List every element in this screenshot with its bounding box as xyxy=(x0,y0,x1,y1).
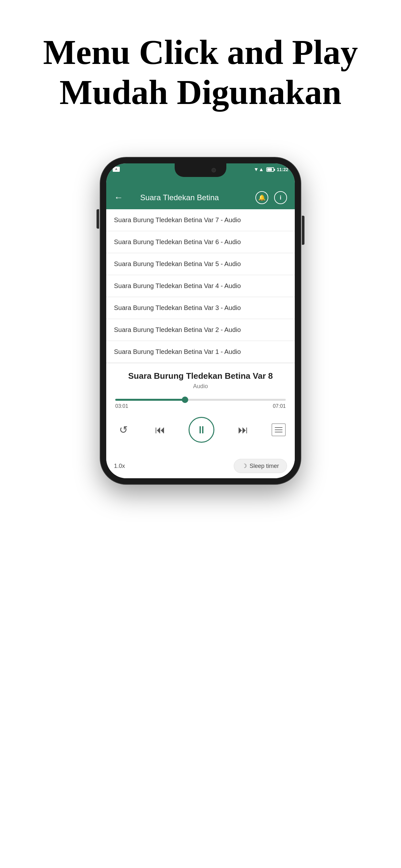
next-icon: ⏭ xyxy=(238,424,248,436)
moon-icon: ☽ xyxy=(242,462,247,469)
next-button[interactable]: ⏭ xyxy=(235,422,251,438)
header-title: Suara Tledekan Betina xyxy=(129,193,229,202)
repeat-icon: ↺ xyxy=(119,424,128,436)
app-header: ← Suara Tledekan Betina 🔔 i xyxy=(106,186,295,209)
wifi-icon: ▼▲ xyxy=(254,166,264,173)
player-section: Suara Burung Tledekan Betina Var 8 Audio… xyxy=(106,363,295,456)
audio-item-7[interactable]: Suara Burung Tledekan Betina Var 7 - Aud… xyxy=(106,209,295,231)
title-line1: Menu Click and Play xyxy=(43,33,358,71)
battery-icon xyxy=(266,167,274,172)
audio-item-1[interactable]: Suara Burung Tledekan Betina Var 1 - Aud… xyxy=(106,341,295,363)
playlist-line-2 xyxy=(275,430,282,430)
header-icons: 🔔 i xyxy=(255,191,287,204)
player-controls: ↺ ⏮ ⏸ ⏭ xyxy=(115,417,286,443)
sleep-timer-button[interactable]: ☽ Sleep timer xyxy=(234,459,287,473)
prev-icon: ⏮ xyxy=(155,424,165,436)
playlist-line-1 xyxy=(275,427,282,428)
progress-thumb xyxy=(182,397,188,403)
status-left: A xyxy=(113,166,120,172)
playlist-button[interactable] xyxy=(272,423,286,436)
notch xyxy=(175,163,226,177)
audio-list: Suara Burung Tledekan Betina Var 7 - Aud… xyxy=(106,209,295,363)
title-line2: Mudah Digunakan xyxy=(59,73,341,112)
info-icon: i xyxy=(280,194,281,201)
player-track-subtitle: Audio xyxy=(115,383,286,390)
audio-item-6[interactable]: Suara Burung Tledekan Betina Var 6 - Aud… xyxy=(106,231,295,253)
audio-item-3[interactable]: Suara Burung Tledekan Betina Var 3 - Aud… xyxy=(106,297,295,319)
audio-item-4[interactable]: Suara Burung Tledekan Betina Var 4 - Aud… xyxy=(106,275,295,297)
repeat-button[interactable]: ↺ xyxy=(115,422,131,438)
progress-times: 03:01 07:01 xyxy=(115,403,286,409)
current-time: 03:01 xyxy=(115,403,128,409)
phone-screen: A ▼▲ 11:22 ← Suara Tledekan Betina xyxy=(106,163,295,478)
progress-fill xyxy=(115,399,185,401)
sleep-timer-label: Sleep timer xyxy=(250,463,279,469)
page-title: Menu Click and Play Mudah Digunakan xyxy=(17,32,383,113)
prev-button[interactable]: ⏮ xyxy=(152,422,168,438)
phone-mockup: A ▼▲ 11:22 ← Suara Tledekan Betina xyxy=(100,158,301,484)
phone-shell: A ▼▲ 11:22 ← Suara Tledekan Betina xyxy=(100,158,301,484)
pause-button[interactable]: ⏸ xyxy=(189,417,214,443)
time-label: 11:22 xyxy=(277,167,288,172)
progress-container[interactable] xyxy=(115,399,286,401)
camera-icon xyxy=(212,168,216,173)
status-bar: A ▼▲ 11:22 xyxy=(106,163,295,186)
status-a-icon: A xyxy=(113,166,120,172)
bottom-bar: 1.0x ☽ Sleep timer xyxy=(106,456,295,478)
back-button[interactable]: ← xyxy=(114,192,123,203)
progress-track xyxy=(115,399,286,401)
info-button[interactable]: i xyxy=(274,191,287,204)
total-time: 07:01 xyxy=(273,403,286,409)
player-track-title: Suara Burung Tledekan Betina Var 8 xyxy=(115,371,286,381)
bell-button[interactable]: 🔔 xyxy=(255,191,268,204)
playlist-line-3 xyxy=(275,432,282,432)
bell-icon: 🔔 xyxy=(258,194,266,201)
pause-icon: ⏸ xyxy=(196,424,207,436)
speed-label[interactable]: 1.0x xyxy=(114,463,125,469)
audio-item-2[interactable]: Suara Burung Tledekan Betina Var 2 - Aud… xyxy=(106,319,295,341)
audio-item-5[interactable]: Suara Burung Tledekan Betina Var 5 - Aud… xyxy=(106,253,295,275)
status-right: ▼▲ 11:22 xyxy=(254,166,288,173)
